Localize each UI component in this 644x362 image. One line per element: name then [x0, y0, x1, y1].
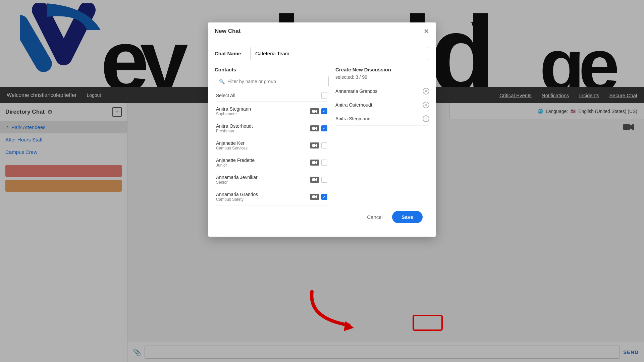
contact-actions: [310, 142, 327, 148]
contact-name: Anjanette Ker: [216, 140, 310, 146]
contact-checkbox[interactable]: [321, 194, 327, 200]
video-icon[interactable]: [310, 125, 319, 131]
contacts-section: Contacts 🔍 Select All: [215, 67, 429, 205]
contact-actions: [310, 108, 327, 114]
video-icon[interactable]: [310, 108, 319, 114]
svg-rect-3: [312, 144, 315, 147]
contact-checkbox[interactable]: [321, 160, 327, 166]
save-button[interactable]: Save: [392, 211, 423, 223]
contact-info: Annamaria Grandos Campus Safety: [216, 192, 310, 202]
modal-header: New Chat ✕: [208, 22, 436, 40]
contacts-search-input[interactable]: [227, 79, 324, 84]
video-icon[interactable]: [310, 194, 319, 200]
svg-rect-4: [312, 161, 315, 164]
modal-footer: Cancel Save: [215, 205, 429, 223]
selected-contact-name: Anitra Osterhoudt: [335, 102, 372, 108]
contact-sub: Campus Safety: [216, 197, 310, 202]
selected-contact-item: Anitra Stegmann ✕: [335, 112, 429, 126]
save-button-highlight: [413, 315, 443, 331]
contacts-left-panel: Contacts 🔍 Select All: [215, 67, 329, 205]
svg-marker-7: [344, 321, 354, 331]
modal-close-button[interactable]: ✕: [424, 28, 429, 35]
contact-item: Anitra Stegmann Sophomore: [215, 103, 329, 120]
contact-info: Anjanette Fredette Junior: [216, 158, 310, 168]
new-chat-modal: New Chat ✕ Chat Name Contacts 🔍: [208, 22, 436, 237]
contact-name: Anitra Osterhoudt: [216, 123, 310, 129]
contact-info: Anitra Stegmann Sophomore: [216, 106, 310, 116]
svg-rect-1: [312, 110, 315, 113]
search-icon: 🔍: [219, 79, 225, 84]
contact-name: Annamaria Jevnikar: [216, 175, 310, 180]
svg-rect-5: [312, 178, 315, 181]
video-icon[interactable]: [310, 160, 319, 166]
contact-actions: [310, 194, 327, 200]
contact-item: Anjanette Ker Campus Services: [215, 137, 329, 154]
contact-name: Anitra Stegmann: [216, 106, 310, 112]
contacts-label: Contacts: [215, 67, 329, 72]
remove-contact-button[interactable]: ✕: [423, 115, 429, 122]
select-all-row: Select All: [215, 90, 329, 102]
selected-contact-item: Anitra Osterhoudt ✕: [335, 98, 429, 112]
video-icon[interactable]: [310, 142, 319, 148]
discussion-panel: Create New Discussion selected: 3 / 99 A…: [335, 67, 429, 205]
contact-name: Annamaria Grandos: [216, 192, 310, 197]
selected-count: selected: 3 / 99: [335, 74, 429, 80]
contact-sub: Sophomore: [216, 112, 310, 116]
contact-item: Anjanette Fredette Junior: [215, 154, 329, 171]
contact-checkbox[interactable]: [321, 142, 327, 148]
contact-item: Anitra Osterhoudt Freshman: [215, 120, 329, 137]
contact-name: Anjanette Fredette: [216, 158, 310, 163]
modal-body: Chat Name Contacts 🔍 Select All: [208, 40, 436, 230]
contact-actions: [310, 177, 327, 183]
svg-rect-2: [312, 127, 315, 130]
chat-name-input[interactable]: [250, 47, 429, 60]
chat-name-label: Chat Name: [215, 51, 245, 56]
contact-checkbox[interactable]: [321, 125, 327, 131]
video-icon[interactable]: [310, 177, 319, 183]
chat-name-row: Chat Name: [215, 47, 429, 60]
contact-info: Anitra Osterhoudt Freshman: [216, 123, 310, 133]
contacts-search-box: 🔍: [215, 76, 329, 87]
modal-overlay: New Chat ✕ Chat Name Contacts 🔍: [0, 0, 644, 362]
contact-actions: [310, 160, 327, 166]
contact-list: Anitra Stegmann Sophomore: [215, 103, 329, 205]
contact-checkbox[interactable]: [321, 108, 327, 114]
contact-checkbox[interactable]: [321, 177, 327, 183]
selected-contact-name: Anitra Stegmann: [335, 116, 370, 121]
modal-title: New Chat: [215, 28, 240, 35]
contact-info: Annamaria Jevnikar Senior: [216, 175, 310, 185]
contact-item: Annamaria Jevnikar Senior: [215, 171, 329, 188]
selected-contact-item: Annamaria Grandos ✕: [335, 84, 429, 98]
contact-sub: Freshman: [216, 129, 310, 133]
contact-sub: Junior: [216, 163, 310, 168]
cancel-button[interactable]: Cancel: [362, 212, 388, 223]
selected-contact-name: Annamaria Grandos: [335, 88, 377, 94]
discussion-header: Create New Discussion: [335, 67, 429, 72]
contact-actions: [310, 125, 327, 131]
arrow-annotation: [302, 285, 369, 335]
remove-contact-button[interactable]: ✕: [423, 102, 429, 108]
contact-info: Anjanette Ker Campus Services: [216, 140, 310, 150]
contact-sub: Campus Services: [216, 146, 310, 150]
contact-sub: Senior: [216, 180, 310, 185]
svg-rect-6: [312, 195, 315, 198]
select-all-checkbox[interactable]: [321, 93, 327, 99]
remove-contact-button[interactable]: ✕: [423, 88, 429, 95]
select-all-label: Select All: [216, 93, 235, 98]
contact-item: Annamaria Grandos Campus Safety: [215, 188, 329, 205]
